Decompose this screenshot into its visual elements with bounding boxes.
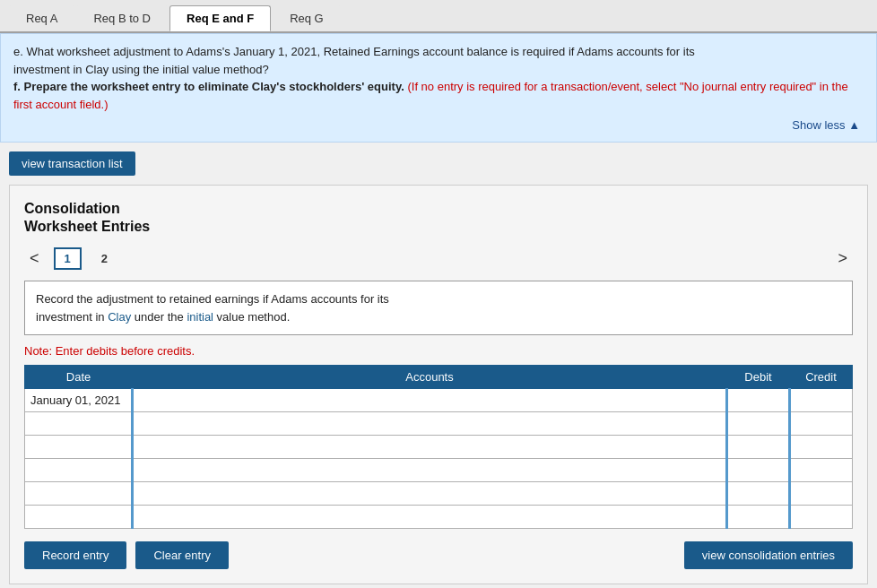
show-less-button[interactable]: Show less ▲ [13,117,864,134]
date-input[interactable] [25,436,131,458]
col-header-accounts: Accounts [133,366,727,389]
debit-cell[interactable] [727,459,790,482]
credit-cell[interactable] [790,436,853,459]
date-cell [25,482,133,506]
credit-cell[interactable] [790,506,853,529]
table-row [25,436,853,459]
info-line3-bold: f. Prepare the worksheet entry to elimin… [13,80,404,93]
debit-cell[interactable] [727,482,790,506]
account-cell[interactable] [133,436,727,459]
account-cell[interactable] [133,459,727,482]
debit-input[interactable] [728,459,788,481]
table-row [25,459,853,482]
view-transaction-list-button[interactable]: view transaction list [9,151,135,176]
view-consolidation-entries-button[interactable]: view consolidation entries [684,541,853,569]
account-input[interactable] [134,506,725,528]
date-input[interactable] [25,412,131,435]
tabs-bar: Req A Req B to D Req E and F Req G [0,0,877,33]
date-cell [25,412,133,436]
credit-cell[interactable] [790,412,853,436]
desc-line2-part3: value method. [213,310,290,324]
desc-initial-highlight: initial [187,310,213,324]
account-input[interactable] [134,436,725,458]
credit-cell[interactable] [790,389,853,412]
page-1-button[interactable]: 1 [54,247,82,270]
credit-input[interactable] [791,459,852,481]
info-line2: investment in Clay using the initial val… [13,63,269,76]
credit-cell[interactable] [790,459,853,482]
date-cell [25,436,133,459]
date-input[interactable] [25,459,131,481]
col-header-debit: Debit [727,366,790,389]
col-header-credit: Credit [790,366,853,389]
date-input[interactable] [25,506,131,528]
account-cell[interactable] [133,412,727,436]
date-input[interactable] [25,482,131,505]
next-page-button[interactable]: > [832,247,853,270]
desc-line2-part1: investment in [36,310,108,324]
table-row [25,506,853,529]
tab-req-b-to-d[interactable]: Req B to D [76,5,168,31]
date-cell [25,459,133,482]
credit-input[interactable] [791,482,852,505]
tab-req-a[interactable]: Req A [9,5,74,31]
page-2-button[interactable]: 2 [91,247,118,270]
debit-input[interactable] [728,389,788,411]
credit-input[interactable] [791,389,852,411]
table-row: January 01, 2021 [25,389,853,412]
page-navigation: < 1 2 > [24,247,853,270]
table-row [25,412,853,436]
debit-input[interactable] [728,436,788,458]
credit-cell[interactable] [790,482,853,506]
credit-input[interactable] [791,436,852,458]
credit-input[interactable] [791,506,852,528]
debit-cell[interactable] [727,389,790,412]
date-cell: January 01, 2021 [25,389,133,412]
action-buttons-row: Record entry Clear entry view consolidat… [24,541,853,569]
account-cell[interactable] [133,482,727,506]
account-input[interactable] [134,459,725,481]
account-input[interactable] [134,389,725,411]
account-cell[interactable] [133,389,727,412]
debit-cell[interactable] [727,506,790,529]
date-cell [25,506,133,529]
credit-input[interactable] [791,412,852,435]
account-input[interactable] [134,482,725,505]
table-row [25,482,853,506]
info-line1: e. What worksheet adjustment to Adams's … [13,45,695,58]
note-text: Note: Enter debits before credits. [24,344,853,358]
debit-input[interactable] [728,412,788,435]
prev-page-button[interactable]: < [24,247,45,270]
debit-input[interactable] [728,482,788,505]
main-content-area: Consolidation Worksheet Entries < 1 2 > … [9,185,868,585]
description-box: Record the adjustment to retained earnin… [24,281,853,335]
journal-table: Date Accounts Debit Credit January 01, 2… [24,365,853,529]
debit-cell[interactable] [727,436,790,459]
debit-cell[interactable] [727,412,790,436]
tab-req-e-and-f[interactable]: Req E and F [169,5,271,31]
record-entry-button[interactable]: Record entry [24,541,126,569]
desc-line2-part2: under the [131,310,187,324]
col-header-date: Date [25,366,133,389]
desc-clay-highlight: Clay [108,310,131,324]
tab-req-g[interactable]: Req G [273,5,341,31]
account-cell[interactable] [133,506,727,529]
info-box: e. What worksheet adjustment to Adams's … [0,33,877,143]
account-input[interactable] [134,412,725,435]
desc-line1: Record the adjustment to retained earnin… [36,292,389,306]
clear-entry-button[interactable]: Clear entry [135,541,229,569]
worksheet-title: Consolidation Worksheet Entries [24,200,853,238]
debit-input[interactable] [728,506,788,528]
